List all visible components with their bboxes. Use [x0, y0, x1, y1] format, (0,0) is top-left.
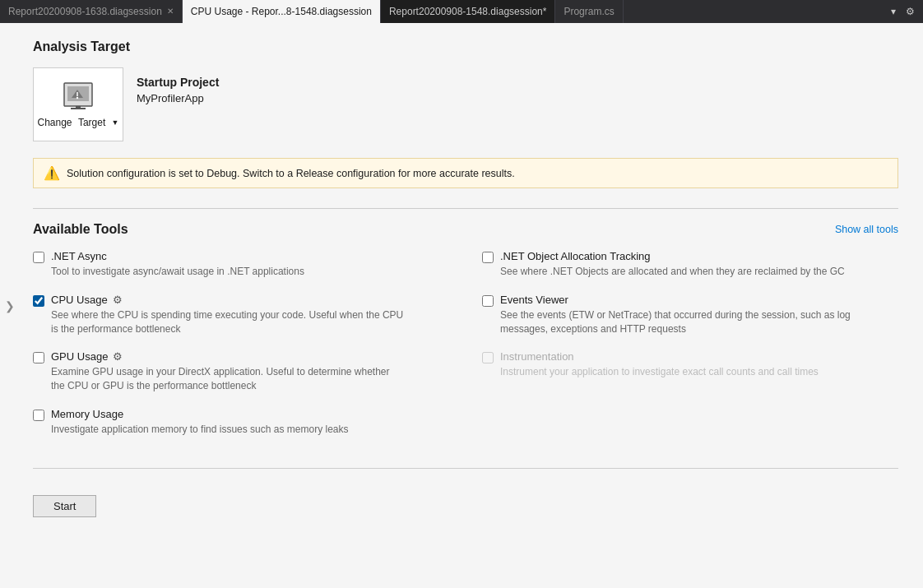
tool-instrumentation: Instrumentation Instrument your applicat…	[482, 350, 898, 393]
tool-dotnet-obj-alloc-checkbox[interactable]	[482, 252, 494, 263]
tab-label: CPU Usage - Repor...8-1548.diagsession	[191, 6, 372, 17]
tab-label: Report20200908-1638.diagsession	[8, 6, 162, 17]
tool-cpu-usage-name: CPU Usage	[51, 294, 108, 306]
show-all-tools-link[interactable]: Show all tools	[835, 224, 898, 235]
tool-dotnet-obj-alloc: .NET Object Allocation Tracking See wher…	[482, 250, 898, 279]
tab-report-1638[interactable]: Report20200908-1638.diagsession ✕	[0, 0, 183, 23]
warning-banner: ⚠️ Solution configuration is set to Debu…	[33, 158, 898, 188]
tool-events-viewer: Events Viewer See the events (ETW or Net…	[482, 294, 898, 336]
tool-cpu-usage-checkbox[interactable]	[33, 295, 44, 307]
settings-button[interactable]: ⚙	[902, 4, 918, 19]
tool-dotnet-async-content: .NET Async Tool to investigate async/awa…	[51, 250, 304, 279]
warning-icon: ⚠️	[44, 165, 60, 181]
tool-dotnet-obj-alloc-name: .NET Object Allocation Tracking	[500, 250, 651, 262]
analysis-target-title: Analysis Target	[33, 39, 898, 54]
tool-events-viewer-desc: See the events (ETW or NetTrace) that oc…	[500, 308, 854, 336]
tool-instrumentation-desc: Instrument your application to investiga…	[500, 365, 819, 379]
tool-gpu-usage-content: GPU Usage ⚙ Examine GPU usage in your Di…	[51, 350, 405, 393]
tool-dotnet-obj-alloc-content: .NET Object Allocation Tracking See wher…	[500, 250, 845, 279]
tools-grid: .NET Async Tool to investigate async/awa…	[33, 250, 898, 451]
available-tools-header: Available Tools Show all tools	[33, 222, 898, 237]
tool-cpu-usage-name-row: CPU Usage ⚙	[51, 294, 405, 306]
tab-label: Program.cs	[564, 6, 614, 17]
bottom-section: Start	[33, 468, 898, 517]
tool-gpu-usage-name-row: GPU Usage ⚙	[51, 350, 405, 363]
tool-memory-usage-desc: Investigate application memory to find i…	[51, 423, 349, 437]
tool-memory-usage-name: Memory Usage	[51, 408, 123, 420]
target-type: Startup Project	[137, 76, 219, 89]
change-target-label: Change Target ▼	[37, 117, 118, 128]
tool-dotnet-async-name-row: .NET Async	[51, 250, 304, 262]
tab-close-icon[interactable]: ✕	[167, 7, 174, 16]
main-content: ❯ Analysis Target Change Target ▼	[0, 23, 923, 588]
dropdown-arrow-icon: ▼	[112, 118, 119, 127]
tab-bar: Report20200908-1638.diagsession ✕ CPU Us…	[0, 0, 923, 23]
divider-bottom	[33, 468, 898, 469]
tool-memory-usage: Memory Usage Investigate application mem…	[33, 408, 449, 437]
tab-bar-controls: ▾ ⚙	[888, 4, 923, 19]
tool-instrumentation-name: Instrumentation	[500, 350, 574, 363]
tab-overflow-button[interactable]: ▾	[888, 4, 899, 19]
tool-cpu-usage-desc: See where the CPU is spending time execu…	[51, 308, 405, 336]
target-name: MyProfilerApp	[137, 92, 219, 104]
tool-events-viewer-checkbox[interactable]	[482, 295, 494, 307]
change-target-icon	[62, 81, 95, 113]
svg-rect-2	[71, 108, 86, 109]
tool-memory-usage-checkbox[interactable]	[33, 410, 44, 421]
svg-point-6	[77, 97, 78, 99]
target-row: Change Target ▼ Startup Project MyProfil…	[33, 67, 898, 141]
tool-events-viewer-name-row: Events Viewer	[500, 294, 854, 306]
tool-instrumentation-checkbox[interactable]	[482, 352, 494, 363]
tool-events-viewer-name: Events Viewer	[500, 294, 568, 306]
tool-dotnet-async-name: .NET Async	[51, 250, 107, 262]
tool-gpu-usage-name: GPU Usage	[51, 350, 108, 363]
sidebar-expand-arrow[interactable]: ❯	[0, 299, 20, 313]
tab-label: Report20200908-1548.diagsession*	[389, 6, 546, 17]
start-button[interactable]: Start	[33, 495, 96, 517]
tool-cpu-usage: CPU Usage ⚙ See where the CPU is spendin…	[33, 294, 449, 336]
change-target-button[interactable]: Change Target ▼	[33, 67, 123, 141]
available-tools-title: Available Tools	[33, 222, 128, 237]
tool-dotnet-obj-alloc-desc: See where .NET Objects are allocated and…	[500, 265, 845, 279]
svg-rect-3	[76, 106, 81, 108]
tool-memory-usage-name-row: Memory Usage	[51, 408, 349, 420]
tool-dotnet-async-checkbox[interactable]	[33, 252, 44, 263]
tool-instrumentation-content: Instrumentation Instrument your applicat…	[500, 350, 819, 379]
tool-dotnet-obj-alloc-name-row: .NET Object Allocation Tracking	[500, 250, 845, 262]
tool-events-viewer-content: Events Viewer See the events (ETW or Net…	[500, 294, 854, 336]
tool-dotnet-async-desc: Tool to investigate async/await usage in…	[51, 265, 304, 279]
tool-memory-usage-content: Memory Usage Investigate application mem…	[51, 408, 349, 437]
gpu-usage-settings-icon[interactable]: ⚙	[113, 350, 123, 363]
tool-gpu-usage-desc: Examine GPU usage in your DirectX applic…	[51, 365, 405, 393]
tool-gpu-usage: GPU Usage ⚙ Examine GPU usage in your Di…	[33, 350, 449, 393]
tab-cpu-usage[interactable]: CPU Usage - Repor...8-1548.diagsession	[183, 0, 381, 23]
tool-gpu-usage-checkbox[interactable]	[33, 352, 44, 363]
target-info: Startup Project MyProfilerApp	[137, 67, 219, 104]
tool-instrumentation-name-row: Instrumentation	[500, 350, 819, 363]
tool-dotnet-async: .NET Async Tool to investigate async/awa…	[33, 250, 449, 279]
tool-cpu-usage-content: CPU Usage ⚙ See where the CPU is spendin…	[51, 294, 405, 336]
tab-report-1548[interactable]: Report20200908-1548.diagsession*	[381, 0, 555, 23]
warning-text: Solution configuration is set to Debug. …	[67, 168, 515, 179]
tab-program-cs[interactable]: Program.cs	[555, 0, 623, 23]
divider-top	[33, 208, 898, 209]
cpu-usage-settings-icon[interactable]: ⚙	[113, 294, 123, 306]
